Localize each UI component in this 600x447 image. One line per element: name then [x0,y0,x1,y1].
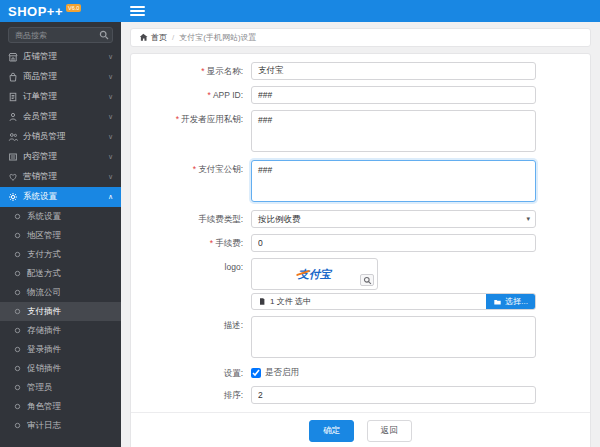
content-icon [8,152,18,162]
sidebar-item-distributors[interactable]: 分销员管理 ∨ [0,127,121,147]
enable-checkbox-label: 是否启用 [265,367,299,379]
chevron-down-icon: ∨ [108,153,113,161]
sidebar-item-system-settings[interactable]: 系统设置 ∧ [0,187,121,207]
home-icon [139,33,148,42]
search-input[interactable] [8,27,113,43]
circle-bullet-icon [13,402,22,411]
sidebar-item-goods[interactable]: 商品管理 ∨ [0,67,121,87]
fee-type-label: 手续费类型: [131,210,251,228]
sidebar-subitem-label: 支付方式 [27,249,61,261]
order-icon [8,92,18,102]
payment-plugin-form: 显示名称: APP ID: 开发者应用私钥: ### 支付宝公钥: ### 手续… [130,53,591,447]
sidebar-subitem-promotion-plugins[interactable]: 促销插件 [0,359,121,378]
sidebar-item-label: 店铺管理 [23,51,108,63]
sidebar-subitem-admins[interactable]: 管理员 [0,378,121,397]
form-row-settings: 设置: 是否启用 [131,366,590,380]
magnifier-icon[interactable] [360,274,374,286]
sidebar-item-marketing[interactable]: 营销管理 ∨ [0,167,121,187]
sidebar-subitem-payment-plugins[interactable]: 支付插件 [0,302,121,321]
public-key-textarea[interactable]: ### [251,160,536,202]
logo-preview: 支付宝 [251,258,378,290]
description-textarea[interactable] [251,316,536,358]
sidebar-subitem-login-plugins[interactable]: 登录插件 [0,340,121,359]
enable-checkbox[interactable] [251,368,261,378]
circle-bullet-icon [13,231,22,240]
search-icon[interactable] [99,30,109,40]
circle-bullet-icon [13,326,22,335]
private-key-textarea[interactable]: ### [251,110,536,152]
sidebar-item-members[interactable]: 会员管理 ∨ [0,107,121,127]
settings-label: 设置: [131,366,251,380]
circle-bullet-icon [13,307,22,316]
chevron-down-icon: ∨ [108,113,113,121]
sidebar-subitem-payment-methods[interactable]: 支付方式 [0,245,121,264]
sidebar-item-label: 会员管理 [23,111,108,123]
chevron-down-icon: ▾ [526,211,530,227]
file-icon [258,297,266,306]
sidebar-subitem-shipping-methods[interactable]: 配送方式 [0,264,121,283]
chevron-up-icon: ∧ [108,193,113,201]
sidebar-subitem-label: 物流公司 [27,287,61,299]
logo-label: logo: [131,258,251,310]
confirm-button[interactable]: 确定 [309,420,354,442]
sidebar-subitem-storage-plugins[interactable]: 存储插件 [0,321,121,340]
sidebar-item-label: 营销管理 [23,171,108,183]
chevron-down-icon: ∨ [108,173,113,181]
goods-icon [8,72,18,82]
gear-icon [8,192,18,202]
breadcrumb-home-link[interactable]: 首页 [139,32,167,43]
circle-bullet-icon [13,364,22,373]
sidebar-subitem-label: 地区管理 [27,230,61,242]
sidebar-item-store[interactable]: 店铺管理 ∨ [0,47,121,67]
fee-type-select[interactable]: 按比例收费 ▾ [251,210,536,228]
sidebar-subitem-regions[interactable]: 地区管理 [0,226,121,245]
content-area: 首页 / 支付宝(手机网站)设置 显示名称: APP ID: 开发者应用私钥: … [121,22,600,447]
sidebar-subitem-logistics[interactable]: 物流公司 [0,283,121,302]
sidebar-subitem-audit-log[interactable]: 审计日志 [0,416,121,435]
file-selected-text: 1 文件 选中 [270,296,311,307]
top-bar [121,0,600,22]
sidebar-subitem-label: 存储插件 [27,325,61,337]
back-button[interactable]: 返回 [367,420,412,442]
store-icon [8,52,18,62]
circle-bullet-icon [13,250,22,259]
form-row-sort: 排序: [131,386,590,404]
file-upload-bar: 1 文件 选中 选择... [251,293,536,310]
folder-icon [493,298,502,306]
sidebar-item-orders[interactable]: 订单管理 ∨ [0,87,121,107]
breadcrumb-current: 支付宝(手机网站)设置 [179,32,256,43]
sidebar-subitem-label: 登录插件 [27,344,61,356]
member-icon [8,112,18,122]
circle-bullet-icon [13,212,22,221]
sidebar-subitem-roles[interactable]: 角色管理 [0,397,121,416]
sidebar-item-label: 内容管理 [23,151,108,163]
sidebar-subitem-label: 促销插件 [27,363,61,375]
sidebar-subitem-label: 管理员 [27,382,53,394]
distributor-icon [8,132,18,142]
sidebar-subitem-label: 配送方式 [27,268,61,280]
chevron-down-icon: ∨ [108,73,113,81]
alipay-logo-image: 支付宝 [298,267,331,282]
form-row-fee-type: 手续费类型: 按比例收费 ▾ [131,210,590,228]
sidebar-menu: 店铺管理 ∨ 商品管理 ∨ 订单管理 ∨ 会员管理 ∨ 分销员管理 ∨ [0,47,121,447]
chevron-down-icon: ∨ [108,133,113,141]
sidebar-subitem-system-settings[interactable]: 系统设置 [0,207,121,226]
sidebar-item-label: 订单管理 [23,91,108,103]
breadcrumb: 首页 / 支付宝(手机网站)设置 [130,28,591,47]
sidebar-subitem-label: 角色管理 [27,401,61,413]
display-name-label: 显示名称: [131,62,251,80]
app-id-input[interactable] [251,86,536,104]
chevron-down-icon: ∨ [108,53,113,61]
hamburger-menu-icon[interactable] [130,4,145,18]
choose-file-button[interactable]: 选择... [486,293,535,310]
app-id-label: APP ID: [131,86,251,104]
form-row-private-key: 开发者应用私钥: ### [131,110,590,154]
fee-input[interactable] [251,234,536,252]
sidebar-item-label: 分销员管理 [23,131,108,143]
fee-type-selected-value: 按比例收费 [258,214,301,224]
circle-bullet-icon [13,288,22,297]
sidebar-item-content[interactable]: 内容管理 ∨ [0,147,121,167]
main-area: 首页 / 支付宝(手机网站)设置 显示名称: APP ID: 开发者应用私钥: … [121,0,600,447]
display-name-input[interactable] [251,62,536,80]
sort-input[interactable] [251,386,536,404]
